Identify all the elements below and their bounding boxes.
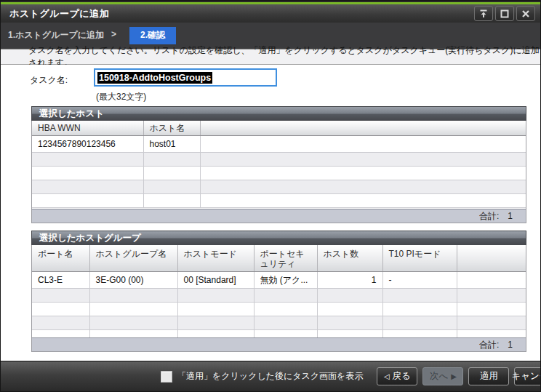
cell-hba-wwn: 1234567890123456 — [32, 136, 143, 153]
col-header-host-count[interactable]: ホスト数 — [317, 245, 382, 272]
empty-row — [32, 303, 526, 316]
empty-row — [32, 194, 526, 208]
close-icon — [521, 9, 530, 18]
breadcrumb-step-2-active: 2.確認 — [129, 27, 176, 44]
selected-host-groups-table: 選択したホストグループ ポート名 ホストグループ名 ホストモード ポートセキュリ… — [31, 231, 526, 352]
total-label: 合計: — [479, 210, 499, 223]
empty-row — [32, 180, 526, 194]
cell-host-name: host01 — [143, 136, 200, 153]
table-row[interactable]: CL3-E 3E-G00 (00) 00 [Standard] 無効 (アク..… — [32, 272, 526, 289]
total-value: 1 — [508, 211, 513, 221]
table-header-row: ポート名 ホストグループ名 ホストモード ポートセキュリティ ホスト数 T10 … — [32, 245, 526, 272]
col-header-empty — [457, 245, 526, 272]
instruction-text: タスク名を入力してください。リストの設定を確認し、「適用」をクリックするとタスク… — [1, 49, 540, 65]
col-header-port-security[interactable]: ポートセキュリティ — [254, 245, 317, 272]
col-header-host-group-name[interactable]: ホストグループ名 — [89, 245, 177, 272]
col-header-host-mode[interactable]: ホストモード — [177, 245, 254, 272]
maximize-icon — [500, 9, 509, 18]
back-button[interactable]: ◁ 戻る — [377, 367, 417, 385]
cell-empty — [457, 272, 526, 289]
cancel-button[interactable]: キャンセル — [514, 367, 541, 385]
selected-hosts-table: 選択したホスト HBA WWN ホスト名 1234567890123456 — [31, 106, 526, 223]
total-label: 合計: — [479, 339, 499, 351]
title-bar: ホストグループに追加 — [1, 1, 540, 23]
maximize-button[interactable] — [495, 6, 514, 21]
task-name-input[interactable]: 150918-AddtoHostGroups — [94, 68, 277, 87]
add-to-host-groups-dialog: ホストグループに追加 1.ホストグループに追加 > 2.確認 — [0, 0, 541, 392]
content-area: タスク名: 150918-AddtoHostGroups (最大32文字) 選択… — [1, 65, 540, 361]
cell-port-security: 無効 (アク... — [254, 272, 317, 289]
breadcrumb-separator: > — [111, 27, 116, 39]
cell-t10-pi-mode: - — [382, 272, 457, 289]
col-header-host-name[interactable]: ホスト名 — [143, 121, 200, 136]
empty-row — [32, 167, 526, 180]
col-header-empty — [200, 121, 526, 136]
cell-host-count: 1 — [317, 272, 382, 289]
apply-button-label: 適用 — [480, 370, 498, 383]
back-button-label: 戻る — [393, 370, 411, 383]
next-button-label: 次へ — [430, 370, 448, 383]
show-task-screen-checkbox[interactable] — [161, 371, 172, 383]
action-bar: 「適用」をクリックした後にタスク画面を表示 ◁ 戻る 次へ ▶ 適用 キャンセル… — [1, 361, 540, 391]
rollup-icon — [479, 9, 488, 18]
window-controls — [474, 6, 535, 21]
apply-button[interactable]: 適用 — [468, 367, 509, 385]
task-name-value-selected: 150918-AddtoHostGroups — [97, 72, 212, 84]
col-header-t10-pi-mode[interactable]: T10 PIモード — [382, 245, 457, 272]
cancel-button-label: キャンセル — [511, 370, 541, 383]
col-header-hba-wwn[interactable]: HBA WWN — [32, 121, 143, 136]
close-button[interactable] — [516, 6, 535, 21]
empty-row — [32, 153, 526, 167]
empty-row — [32, 330, 526, 338]
cell-port-name: CL3-E — [32, 272, 89, 289]
selected-hosts-table-title: 選択したホスト — [31, 106, 526, 121]
back-arrow-icon: ◁ — [384, 373, 390, 380]
selected-host-groups-total-bar: 合計: 1 — [31, 337, 526, 352]
task-name-label: タスク名: — [30, 74, 68, 87]
table-row[interactable]: 1234567890123456 host01 — [32, 136, 526, 153]
cell-empty — [200, 136, 526, 153]
dialog-title: ホストグループに追加 — [1, 5, 109, 20]
total-value: 1 — [508, 340, 513, 350]
breadcrumb-step-1: 1.ホストグループに追加 — [8, 27, 104, 41]
show-task-screen-label: 「適用」をクリックした後にタスク画面を表示 — [177, 370, 363, 383]
selected-hosts-total-bar: 合計: 1 — [31, 209, 526, 223]
col-header-port-name[interactable]: ポート名 — [32, 245, 89, 272]
rollup-button[interactable] — [474, 6, 493, 21]
empty-row — [32, 289, 526, 303]
next-button: 次へ ▶ — [422, 367, 463, 385]
empty-row — [32, 316, 526, 330]
cell-host-group-name: 3E-G00 (00) — [89, 272, 177, 289]
task-name-max-length-hint: (最大32文字) — [96, 91, 146, 103]
cell-host-mode: 00 [Standard] — [177, 272, 254, 289]
next-arrow-icon: ▶ — [451, 373, 457, 380]
selected-host-groups-table-title: 選択したホストグループ — [31, 231, 526, 245]
table-header-row: HBA WWN ホスト名 — [32, 121, 526, 136]
